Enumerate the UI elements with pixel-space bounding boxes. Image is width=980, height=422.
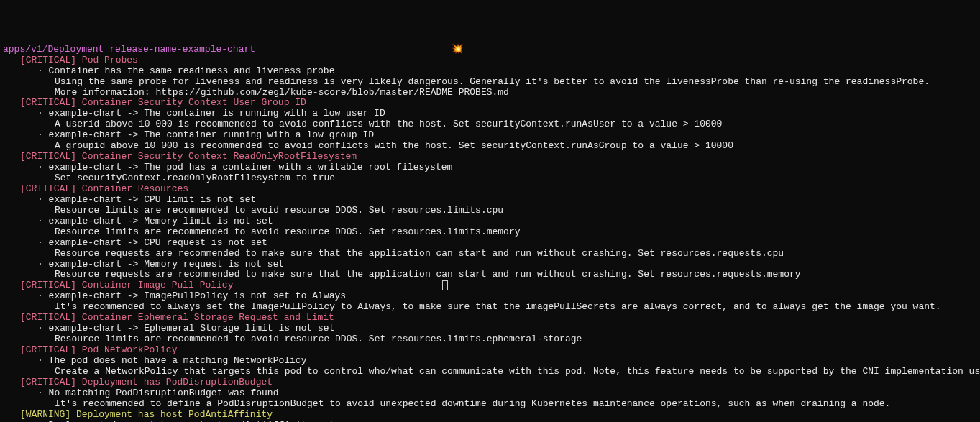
check-level: [CRITICAL] [20,377,82,387]
issue-summary: · Container has the same readiness and l… [3,66,977,77]
issue-detail: A userid above 10 000 is recommended to … [3,119,977,130]
resource-header: apps/v1/Deployment release-name-example-… [3,45,977,55]
cursor-icon [442,280,448,290]
issue-detail: A groupid above 10 000 is recommended to… [3,141,977,152]
check-header: [CRITICAL] Container Security Context Re… [3,152,977,162]
issue-summary: · example-chart -> Memory request is not… [3,260,977,270]
check-level: [CRITICAL] [20,151,82,162]
check-header: [WARNING] Deployment has host PodAntiAff… [3,410,977,421]
resource-kind: apps/v1/Deployment [3,44,109,55]
check-header: [CRITICAL] Pod Probes [3,55,977,66]
issue-summary: · No matching PodDisruptionBudget was fo… [3,388,977,399]
issue-summary: · example-chart -> CPU request is not se… [3,238,977,249]
check-title: Container Ephemeral Storage Request and … [82,312,334,323]
issue-summary: · The pod does not have a matching Netwo… [3,356,977,367]
check-header: [CRITICAL] Container Resources [3,184,977,195]
check-level: [CRITICAL] [20,312,82,323]
issue-detail: Set securityContext.readOnlyRootFilesyst… [3,173,977,184]
check-title: Pod Probes [82,55,138,65]
issue-detail: Resource requests are recommended to mak… [3,249,977,260]
check-title: Container Security Context User Group ID [82,97,306,108]
issue-summary: · example-chart -> The container running… [3,130,977,141]
issue-summary: · example-chart -> The pod has a contain… [3,162,977,173]
issue-detail: Create a NetworkPolicy that targets this… [3,367,977,377]
issue-detail: Resource limits are recommended to avoid… [3,227,977,238]
check-header: [CRITICAL] Container Security Context Us… [3,98,977,109]
issue-summary: · example-chart -> ImagePullPolicy is no… [3,291,977,302]
check-level: [CRITICAL] [20,55,82,65]
issue-detail: Resource requests are recommended to mak… [3,270,977,280]
check-header: [CRITICAL] Container Image Pull Policy [3,280,977,291]
issue-summary: · example-chart -> Memory limit is not s… [3,216,977,227]
issue-detail: Resource limits are recommended to avoid… [3,206,977,216]
check-header: [CRITICAL] Container Ephemeral Storage R… [3,313,977,324]
check-level: [WARNING] [20,409,76,420]
issue-detail: Resource limits are recommended to avoid… [3,334,977,345]
resource-name: release-name-example-chart [109,44,255,55]
explosion-icon: 💥 [452,44,463,55]
issue-detail: It's recommended to define a PodDisrupti… [3,399,977,410]
terminal-output: apps/v1/Deployment release-name-example-… [3,45,977,422]
check-level: [CRITICAL] [20,183,82,194]
issue-summary: · example-chart -> The container is runn… [3,109,977,119]
check-level: [CRITICAL] [20,344,82,355]
check-title: Container Resources [82,183,188,194]
check-title: Container Security Context ReadOnlyRootF… [82,151,357,162]
check-title: Deployment has host PodAntiAffinity [76,409,273,420]
issue-summary: · example-chart -> Ephemeral Storage lim… [3,324,977,334]
issue-detail: Using the same probe for liveness and re… [3,77,977,88]
issue-detail: It's recommended to always set the Image… [3,302,977,313]
check-title: Container Image Pull Policy [82,280,234,290]
check-title: Pod NetworkPolicy [82,344,178,355]
check-level: [CRITICAL] [20,280,82,290]
check-title: Deployment has PodDisruptionBudget [82,377,273,387]
check-header: [CRITICAL] Deployment has PodDisruptionB… [3,377,977,388]
check-level: [CRITICAL] [20,97,82,108]
check-header: [CRITICAL] Pod NetworkPolicy [3,345,977,356]
issue-detail: More information: https://github.com/zeg… [3,88,977,98]
issue-summary: · example-chart -> CPU limit is not set [3,195,977,206]
